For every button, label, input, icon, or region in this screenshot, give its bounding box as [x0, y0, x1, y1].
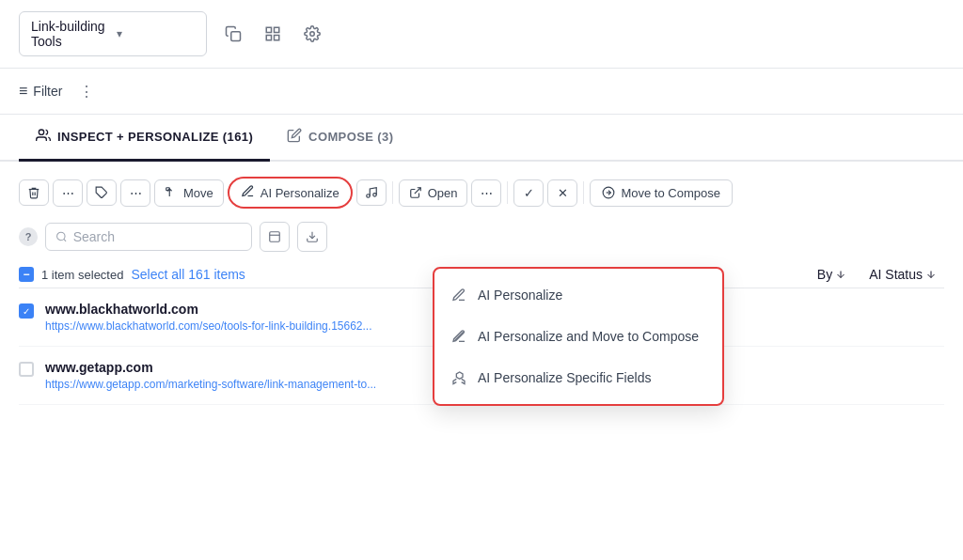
svg-rect-0 — [231, 32, 241, 41]
tab-compose-label: COMPOSE (3) — [308, 130, 393, 144]
top-bar-icons — [218, 19, 327, 49]
open-label: Open — [428, 186, 458, 200]
dropdown-item-ai-personalize-move[interactable]: AI Personalize and Move to Compose — [434, 316, 722, 357]
move-to-compose-label: Move to Compose — [621, 186, 720, 200]
dropdown-item-ai-personalize[interactable]: AI Personalize — [434, 274, 722, 316]
filter-bar: ≡ Filter ⋮ — [0, 69, 963, 115]
divider-3 — [583, 181, 584, 204]
close-button[interactable]: ✕ — [547, 179, 577, 207]
ai-status-column-label: AI Status — [869, 267, 923, 282]
svg-rect-4 — [275, 36, 279, 40]
inspect-tab-icon — [36, 128, 51, 146]
tab-inspect[interactable]: INSPECT + PERSONALIZE (161) — [19, 115, 270, 162]
svg-line-11 — [414, 188, 419, 194]
svg-point-9 — [366, 194, 370, 198]
more-button-3[interactable]: ⋯ — [471, 179, 501, 207]
move-label: Move — [183, 186, 213, 200]
divider-1 — [392, 181, 393, 204]
svg-point-5 — [310, 32, 315, 37]
filter-button[interactable]: ≡ Filter — [19, 83, 62, 100]
svg-point-6 — [39, 130, 43, 134]
svg-rect-8 — [166, 188, 170, 191]
ai-personalize-move-icon — [450, 327, 468, 346]
dropdown-item-ai-personalize-fields[interactable]: AI Personalize Specific Fields — [434, 357, 722, 398]
ai-personalize-icon — [241, 184, 255, 201]
move-button[interactable]: Move — [154, 179, 224, 207]
tab-inspect-label: INSPECT + PERSONALIZE (161) — [57, 130, 253, 144]
compose-tab-icon — [287, 128, 302, 146]
copy-icon[interactable] — [218, 19, 248, 49]
dropdown-item-label-0: AI Personalize — [478, 288, 562, 303]
svg-point-10 — [372, 194, 376, 197]
ai-personalize-dropdown-icon — [450, 286, 468, 304]
ai-personalize-label: AI Personalize — [260, 186, 339, 200]
select-all-checkbox[interactable]: − — [19, 267, 34, 282]
dropdown-item-label-1: AI Personalize and Move to Compose — [478, 329, 699, 344]
check-button[interactable]: ✓ — [513, 179, 544, 207]
svg-rect-2 — [275, 27, 279, 32]
by-column-header[interactable]: By — [817, 267, 846, 282]
delete-button[interactable] — [19, 179, 49, 206]
ai-personalize-fields-icon — [450, 368, 468, 387]
settings-icon[interactable] — [297, 19, 327, 49]
ai-personalize-dropdown: AI Personalize AI Personalize and Move t… — [433, 267, 724, 406]
workspace-label: Link-building Tools — [31, 19, 109, 49]
column-headers: By AI Status — [817, 267, 944, 282]
svg-rect-3 — [266, 36, 271, 40]
expand-button[interactable] — [260, 222, 290, 252]
svg-rect-1 — [266, 27, 271, 32]
toolbar: ⋯ ⋯ Move AI Personalize Open ⋯ ✓ ✕ — [19, 177, 944, 209]
search-input[interactable] — [73, 229, 242, 244]
tag-button[interactable] — [87, 179, 117, 206]
ai-options-button[interactable] — [356, 179, 387, 206]
chevron-down-icon: ▾ — [117, 27, 195, 40]
divider-2 — [507, 181, 508, 204]
more-button-1[interactable]: ⋯ — [53, 179, 83, 207]
ai-status-column-header[interactable]: AI Status — [869, 267, 937, 282]
svg-point-14 — [57, 232, 65, 240]
row-checkbox-1[interactable] — [19, 362, 34, 377]
by-column-label: By — [817, 267, 832, 282]
more-button-2[interactable]: ⋯ — [120, 179, 150, 207]
open-button[interactable]: Open — [399, 179, 468, 207]
search-icon — [55, 230, 68, 243]
download-button[interactable] — [297, 222, 327, 252]
ai-personalize-button[interactable]: AI Personalize — [228, 177, 353, 209]
grid-icon[interactable] — [258, 19, 288, 49]
row-checkbox-0[interactable]: ✓ — [19, 303, 34, 319]
tabs: INSPECT + PERSONALIZE (161) COMPOSE (3) — [0, 115, 963, 162]
main-content: ⋯ ⋯ Move AI Personalize Open ⋯ ✓ ✕ — [0, 162, 963, 420]
svg-rect-15 — [270, 232, 280, 242]
dropdown-item-label-2: AI Personalize Specific Fields — [478, 370, 651, 385]
top-bar: Link-building Tools ▾ — [0, 0, 963, 69]
more-options-button[interactable]: ⋮ — [73, 78, 100, 104]
selection-text: 1 item selected — [41, 268, 123, 282]
workspace-dropdown[interactable]: Link-building Tools ▾ — [19, 11, 207, 56]
select-all-link[interactable]: Select all 161 items — [131, 267, 245, 282]
selection-info: − 1 item selected Select all 161 items — [19, 267, 245, 282]
move-to-compose-button[interactable]: Move to Compose — [590, 179, 733, 207]
search-input-wrap — [45, 223, 252, 251]
tab-compose[interactable]: COMPOSE (3) — [270, 115, 410, 162]
search-bar: ? — [19, 222, 944, 252]
filter-label: Filter — [33, 84, 62, 99]
help-icon[interactable]: ? — [19, 227, 38, 246]
filter-icon: ≡ — [19, 83, 27, 100]
